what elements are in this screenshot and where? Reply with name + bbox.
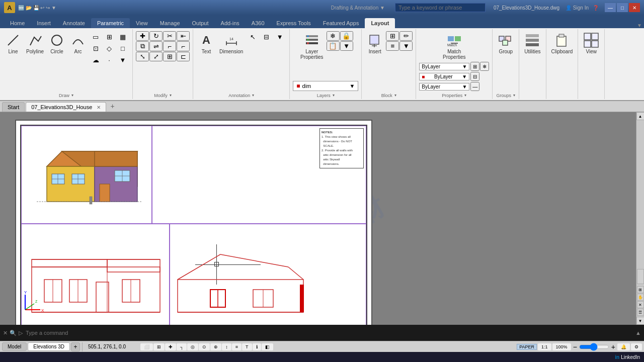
snap-btn[interactable]: ✚ — [165, 343, 176, 350]
groups-expand[interactable]: ▾ — [513, 93, 515, 98]
linetype-dropdown[interactable]: ByLayer ▼ — [419, 83, 469, 90]
tab-parametric[interactable]: Parametric — [91, 18, 130, 28]
tab-annotate[interactable]: Annotate — [57, 18, 91, 28]
tab-addins[interactable]: Add-ins — [215, 18, 246, 28]
tab-express[interactable]: Express Tools — [271, 18, 317, 28]
elevations-3d-tab[interactable]: Elevations 3D — [28, 342, 70, 351]
create-block[interactable]: ⊞ — [386, 31, 399, 41]
freeze-layer[interactable]: ❄ — [327, 31, 340, 41]
block-more[interactable]: ▼ — [399, 41, 413, 51]
right-tool-3[interactable]: ✕ — [637, 301, 644, 308]
tab-output[interactable]: Output — [186, 18, 215, 28]
cmd-icon-gear[interactable]: ▷ — [19, 330, 23, 336]
layers-expand[interactable]: ▾ — [333, 93, 335, 98]
drawing-container[interactable]: 人人素材 人人素材 人人素材 人人素材 — [0, 112, 644, 325]
stretch-tool[interactable]: ⤢ — [149, 52, 163, 61]
maximize-btn[interactable]: □ — [617, 3, 628, 12]
tool-clipboard[interactable]: Clipboard — [549, 31, 575, 55]
annotation-expand[interactable]: ▾ — [252, 93, 254, 98]
layer-dropdown[interactable]: ■ dim ▼ — [293, 81, 358, 91]
viewport-2d-side[interactable] — [170, 224, 366, 325]
tool-layer-properties[interactable]: LayerProperties — [298, 31, 326, 61]
polar-btn[interactable]: ◎ — [187, 343, 198, 350]
model-tab[interactable]: Model — [2, 342, 27, 351]
annotation-monitor[interactable]: 🔔 — [617, 343, 630, 350]
tpy-btn[interactable]: T — [242, 343, 252, 350]
ribbon-toggle[interactable]: ▼ — [637, 23, 642, 28]
copy-tool[interactable]: ⧉ — [136, 41, 149, 51]
tool-insert[interactable]: Insert — [365, 31, 385, 55]
point-tool[interactable]: · — [103, 54, 116, 65]
trim-tool[interactable]: ✂ — [163, 31, 176, 41]
color-icon[interactable]: ⊟ — [470, 72, 479, 81]
tool-group[interactable]: Group — [496, 31, 516, 55]
block-attrib[interactable]: ≡ — [386, 41, 399, 51]
tab-home[interactable]: Home — [4, 18, 31, 28]
tab-layout[interactable]: Layout — [365, 18, 395, 28]
zoom-slider[interactable] — [579, 344, 609, 350]
draw-expand[interactable]: ▾ — [71, 93, 73, 98]
scroll-thumb[interactable] — [637, 269, 644, 284]
command-input[interactable] — [26, 330, 635, 336]
tool-dimension[interactable]: 14 Dimension — [217, 31, 245, 55]
linetype-icon[interactable]: — — [470, 82, 479, 91]
qp-btn[interactable]: ℹ — [253, 343, 261, 350]
paper-space-badge[interactable]: PAPER — [517, 344, 537, 350]
workspace-tools[interactable]: ⚙ — [631, 343, 642, 350]
hatch-tool[interactable]: ⊞ — [103, 31, 116, 42]
tool-circle[interactable]: Circle — [47, 31, 67, 55]
scroll-down-btn[interactable]: ▼ — [636, 317, 645, 325]
layer-icon1[interactable]: ⊞ — [470, 62, 479, 71]
properties-expand[interactable]: ▾ — [464, 93, 466, 98]
otrack-btn[interactable]: ⊕ — [210, 343, 221, 350]
close-btn[interactable]: ✕ — [629, 3, 640, 12]
lwt-btn[interactable]: ≡ — [232, 343, 242, 350]
sign-in-btn[interactable]: 👤 Sign In — [566, 5, 589, 11]
tab-insert[interactable]: Insert — [31, 18, 57, 28]
mirror-tool[interactable]: ⇌ — [149, 41, 163, 51]
workspace-dropdown[interactable]: Drafting & Annotation ▼ — [331, 5, 385, 11]
sc-btn[interactable]: ◧ — [262, 343, 273, 350]
fillet-tool[interactable]: ⌐ — [163, 41, 176, 51]
color-dropdown[interactable]: ■ ByLayer ▼ — [419, 73, 469, 80]
offset-tool[interactable]: ⊏ — [177, 52, 190, 61]
gradient-tool[interactable]: ▦ — [116, 31, 129, 42]
layer-states[interactable]: 📋 — [327, 41, 340, 51]
model-btn[interactable]: ⬜ — [140, 343, 153, 350]
plus-zoom[interactable]: + — [610, 343, 616, 351]
tool-utilities[interactable]: Utilities — [522, 31, 542, 55]
chamfer-tool[interactable]: ⌐ — [177, 41, 190, 51]
ortho-btn[interactable]: ┐ — [177, 343, 187, 350]
tool-match-properties[interactable]: Match MatchProperties — [441, 31, 468, 61]
scale-tool[interactable]: ⤡ — [136, 52, 149, 61]
doc-tab-main[interactable]: 07_Elevations3D_House ✕ — [26, 102, 106, 112]
grid-btn[interactable]: ⊞ — [153, 343, 165, 350]
cmd-expand-btn[interactable]: ▲ — [635, 330, 641, 336]
array-tool[interactable]: ⊞ — [163, 52, 176, 61]
minimize-btn[interactable]: — — [605, 3, 616, 12]
dyn-btn[interactable]: ↕ — [222, 343, 231, 350]
scroll-up-btn[interactable]: ▲ — [636, 112, 645, 120]
layer-control-dropdown[interactable]: ByLayer ▼ — [419, 63, 469, 70]
boundary-tool[interactable]: ⊡ — [89, 43, 102, 54]
table-tool[interactable]: ⊟ — [260, 31, 273, 42]
add-layout-btn[interactable]: + — [71, 342, 80, 351]
lock-layer[interactable]: 🔒 — [340, 31, 353, 41]
rotate-tool[interactable]: ↻ — [149, 31, 163, 41]
layer-more[interactable]: ▼ — [340, 41, 353, 51]
multileader-tool[interactable]: ↖ — [246, 31, 259, 42]
cmd-icon-search[interactable]: 🔍 — [10, 330, 17, 336]
revision-tool[interactable]: ☁ — [89, 54, 102, 65]
move-tool[interactable]: ✚ — [136, 31, 149, 41]
osnap-btn[interactable]: ⊙ — [199, 343, 210, 350]
extend-tool[interactable]: ⇤ — [177, 31, 190, 41]
viewport-scale[interactable]: 1:1 — [538, 343, 551, 350]
tab-featured[interactable]: Featured Apps — [317, 18, 365, 28]
layer-icon2[interactable]: ❄ — [480, 62, 489, 71]
close-tab-icon[interactable]: ✕ — [97, 105, 101, 110]
right-tool-2[interactable]: ✋ — [637, 294, 644, 301]
tab-manage[interactable]: Manage — [154, 18, 186, 28]
add-tab-btn[interactable]: + — [107, 101, 117, 112]
tool-text[interactable]: A Text — [196, 31, 216, 55]
modify-expand[interactable]: ▾ — [170, 93, 172, 98]
